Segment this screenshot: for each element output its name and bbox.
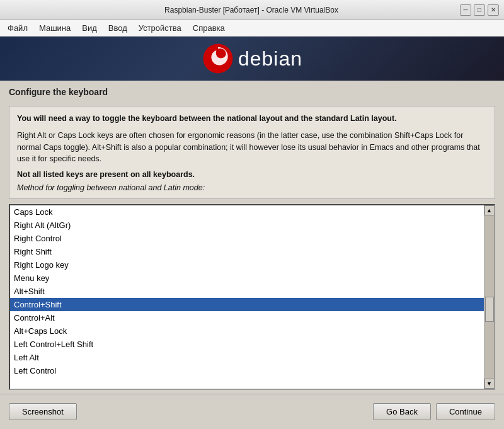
debian-header: debian	[0, 37, 504, 81]
maximize-button[interactable]: □	[474, 4, 485, 16]
debian-logo-text: debian	[238, 47, 302, 71]
scroll-thumb[interactable]	[485, 297, 494, 322]
main-content: Configure the keyboard You will need a w…	[0, 81, 504, 429]
menu-machine[interactable]: Машина	[34, 21, 76, 35]
list-item[interactable]: Menu key	[10, 272, 484, 285]
title-bar: Raspbian-Buster [Работает] - Oracle VM V…	[0, 0, 504, 20]
list-item[interactable]: Alt+Shift	[10, 285, 484, 298]
scroll-down-button[interactable]: ▼	[484, 379, 495, 389]
info-sub-text: Not all listed keys are present on all k…	[17, 169, 487, 181]
menu-view[interactable]: Вид	[77, 21, 102, 35]
menu-help[interactable]: Справка	[188, 21, 230, 35]
screenshot-button[interactable]: Screenshot	[9, 403, 77, 420]
window-title: Raspbian-Buster [Работает] - Oracle VM V…	[43, 6, 460, 14]
info-body-text: Right Alt or Caps Lock keys are often ch…	[17, 130, 487, 165]
scrollbar[interactable]: ▲ ▼	[484, 205, 494, 389]
list-item[interactable]: Caps Lock	[10, 205, 484, 219]
scroll-up-button[interactable]: ▲	[484, 205, 495, 215]
debian-swirl-icon	[202, 42, 234, 75]
list-item[interactable]: Right Shift	[10, 245, 484, 258]
list-item[interactable]: Alt+Caps Lock	[10, 324, 484, 338]
close-button[interactable]: ✕	[488, 4, 499, 16]
continue-button[interactable]: Continue	[436, 403, 495, 420]
menu-devices[interactable]: Устройства	[134, 21, 186, 35]
info-bold-text: You will need a way to toggle the keyboa…	[17, 113, 487, 125]
menu-input[interactable]: Ввод	[103, 21, 132, 35]
list-item[interactable]: Left Alt	[10, 351, 484, 364]
list-item[interactable]: Right Alt (AltGr)	[10, 219, 484, 232]
nav-buttons: Go Back Continue	[373, 403, 495, 420]
scroll-track	[485, 215, 494, 379]
info-box: You will need a way to toggle the keyboa…	[9, 106, 495, 199]
list-item[interactable]: Right Logo key	[10, 258, 484, 272]
list-item[interactable]: Control+Alt	[10, 311, 484, 324]
list-item[interactable]: Right Control	[10, 232, 484, 245]
configure-title: Configure the keyboard	[9, 87, 495, 97]
info-italic-text: Method for toggling between national and…	[17, 183, 487, 192]
list-item[interactable]: Left Control+Left Shift	[10, 338, 484, 351]
menu-bar: Файл Машина Вид Ввод Устройства Справка	[0, 20, 504, 37]
keyboard-list[interactable]: Caps LockRight Alt (AltGr)Right ControlR…	[10, 205, 484, 389]
minimize-button[interactable]: ─	[460, 4, 471, 16]
list-item[interactable]: Control+Shift	[10, 298, 484, 311]
window-controls: ─ □ ✕	[460, 4, 499, 16]
bottom-bar: Screenshot Go Back Continue	[0, 394, 504, 429]
menu-file[interactable]: Файл	[3, 21, 33, 35]
configure-section: Configure the keyboard	[0, 81, 504, 106]
list-item[interactable]: Left Control	[10, 364, 484, 377]
debian-logo: debian	[202, 42, 302, 75]
keyboard-list-container: Caps LockRight Alt (AltGr)Right ControlR…	[9, 204, 495, 390]
go-back-button[interactable]: Go Back	[373, 403, 431, 420]
